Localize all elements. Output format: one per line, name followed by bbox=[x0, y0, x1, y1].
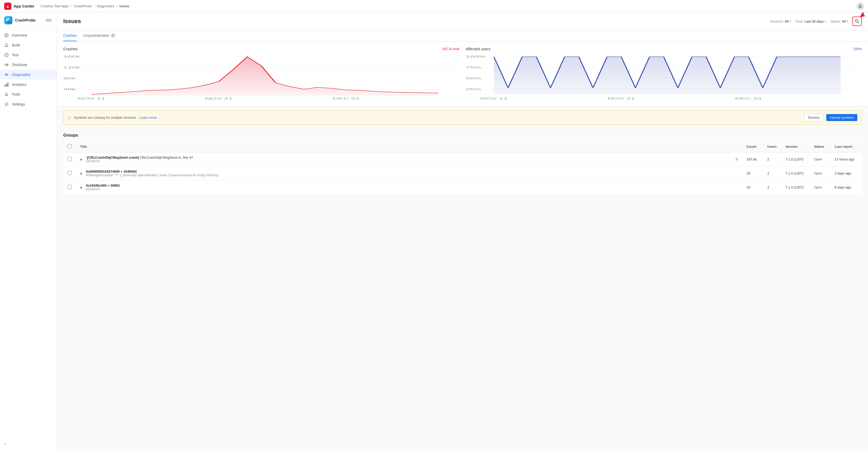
row-users: 1 bbox=[763, 166, 781, 181]
row-checkbox-1[interactable] bbox=[68, 171, 72, 175]
svg-rect-6 bbox=[6, 84, 7, 86]
row-checkbox-0[interactable] bbox=[68, 157, 72, 161]
sidebar-item-settings[interactable]: Settings bbox=[0, 99, 57, 109]
sidebar-item-analytics[interactable]: Analytics bbox=[0, 79, 57, 90]
sidebar-item-push[interactable]: Push bbox=[0, 90, 57, 99]
upload-symbols-button[interactable]: Upload symbols bbox=[826, 114, 858, 121]
sidebar-footer: « bbox=[0, 439, 57, 449]
tab-unsymbolicated[interactable]: Unsymbolicated 2 bbox=[83, 30, 116, 41]
tabs-row: Crashes Unsymbolicated 2 bbox=[57, 30, 868, 41]
affected-users-chart-header: Affected users 100% bbox=[466, 47, 862, 51]
sidebar-item-build-label: Build bbox=[12, 43, 20, 47]
sidebar-item-push-label: Push bbox=[12, 92, 20, 96]
svg-text:100%: 100% bbox=[466, 55, 486, 58]
groups-title: Groups bbox=[63, 129, 862, 141]
sidebar-nav: Overview Build Test Distri bbox=[0, 28, 57, 439]
breadcrumb-item-2[interactable]: CrashProbe bbox=[74, 4, 92, 8]
warning-message: ⚠ Symbols are missing for multiple versi… bbox=[68, 115, 160, 120]
sidebar-item-diagnostics[interactable]: Diagnostics bbox=[0, 70, 57, 79]
sidebar-app-header: 🌊 CrashProbe iOS bbox=[0, 12, 57, 28]
sidebar-item-distribute[interactable]: Distribute bbox=[0, 60, 57, 70]
groups-table-body: ● -[CRLCrashObjCMsgSend crash] CRLCrashO… bbox=[64, 153, 862, 194]
row-users: 2 bbox=[763, 153, 781, 166]
sidebar-item-overview[interactable]: Overview bbox=[0, 30, 57, 40]
charts-row: Crashes 192.2k total 160k 120k bbox=[63, 47, 862, 101]
breadcrumb-sep-3: / bbox=[116, 4, 118, 8]
row-status: Open bbox=[810, 166, 831, 181]
app-logo[interactable]: ▲ App Center bbox=[4, 3, 34, 10]
crash-subtitle: SIGSEGV bbox=[86, 159, 734, 163]
row-title-cell: ● -[CRLCrashObjCMsgSend crash] CRLCrashO… bbox=[76, 153, 743, 166]
th-version: Version bbox=[781, 141, 810, 153]
table-row: ● 0x0000000104374000 + 1640564 NSRangeEx… bbox=[64, 166, 862, 181]
select-all-checkbox[interactable] bbox=[68, 144, 72, 148]
warning-actions: Dismiss Upload symbols bbox=[804, 114, 857, 121]
row-status: Open bbox=[810, 153, 831, 166]
breadcrumb-sep-1: / bbox=[71, 4, 72, 8]
row-checkbox-2[interactable] bbox=[68, 185, 72, 189]
sidebar-item-test-label: Test bbox=[12, 53, 19, 57]
row-count: 10 bbox=[743, 181, 763, 194]
sidebar-app-info[interactable]: 🌊 CrashProbe bbox=[4, 16, 35, 24]
content-area: Issues Versions: All ▾ Time: Last 30 day… bbox=[57, 12, 868, 449]
tab-unsymbolicated-label: Unsymbolicated bbox=[83, 33, 109, 38]
collapse-icon: « bbox=[4, 442, 6, 446]
user-avatar[interactable] bbox=[857, 3, 864, 10]
row-count: 33 bbox=[743, 166, 763, 181]
groups-table: Title Count Users Version Status bbox=[63, 141, 862, 194]
affected-users-chart-total: 100% bbox=[853, 47, 862, 51]
search-button[interactable] bbox=[852, 17, 862, 26]
clipboard-icon[interactable]: ⎘ bbox=[736, 157, 738, 162]
time-control[interactable]: Time: Last 30 days ▾ bbox=[795, 20, 826, 23]
svg-point-0 bbox=[860, 5, 861, 6]
collapse-button[interactable]: « bbox=[4, 442, 53, 446]
svg-text:160k: 160k bbox=[63, 55, 81, 58]
page-title: Issues bbox=[63, 18, 81, 25]
crash-method[interactable]: 0x10445c000 + 30852 bbox=[86, 184, 738, 187]
row-status: Open bbox=[810, 181, 831, 194]
charts-section: Crashes 192.2k total 160k 120k bbox=[57, 41, 868, 106]
warning-period: . bbox=[159, 116, 160, 120]
warning-learn-more-link[interactable]: Learn more bbox=[140, 116, 157, 120]
versions-control[interactable]: Versions: All ▾ bbox=[770, 20, 791, 23]
svg-point-11 bbox=[856, 20, 858, 22]
dismiss-button[interactable]: Dismiss bbox=[804, 114, 824, 121]
status-control[interactable]: Status: All ▾ bbox=[830, 20, 848, 23]
sidebar-item-analytics-label: Analytics bbox=[12, 83, 26, 87]
th-status-label: Status bbox=[814, 145, 825, 149]
sidebar-item-settings-label: Settings bbox=[12, 102, 25, 106]
row-version: 7.1.0 (1337) bbox=[781, 181, 810, 194]
svg-marker-33 bbox=[494, 57, 840, 94]
row-count: 187.6k bbox=[743, 153, 763, 166]
error-icon: ● bbox=[80, 157, 82, 161]
settings-icon bbox=[4, 102, 9, 106]
app-name: CrashProbe bbox=[15, 18, 35, 22]
svg-text:25%: 25% bbox=[466, 88, 481, 91]
sidebar-item-build[interactable]: Build bbox=[0, 40, 57, 50]
svg-point-2 bbox=[6, 35, 7, 36]
crashes-chart-header: Crashes 192.2k total bbox=[63, 47, 459, 51]
versions-value: All bbox=[785, 20, 788, 23]
svg-marker-21 bbox=[92, 57, 438, 96]
th-version-label: Version bbox=[785, 145, 798, 149]
th-last-report[interactable]: Last report ↓ bbox=[831, 141, 862, 153]
sidebar-item-test[interactable]: Test bbox=[0, 50, 57, 60]
th-last-report-label: Last report bbox=[835, 145, 852, 149]
crash-method[interactable]: -[CRLCrashObjCMsgSend crash] CRLCrashObj… bbox=[86, 156, 734, 159]
versions-chevron: ▾ bbox=[789, 20, 791, 23]
crash-method[interactable]: 0x0000000104374000 + 1640564 bbox=[86, 169, 738, 173]
tab-crashes[interactable]: Crashes bbox=[63, 30, 77, 41]
crashes-chart-title: Crashes bbox=[63, 47, 78, 51]
row-users: 1 bbox=[763, 181, 781, 194]
svg-text:NOV 11: NOV 11 bbox=[480, 97, 508, 100]
breadcrumb-item-1[interactable]: Crashes Test Apps bbox=[41, 4, 69, 8]
check-circle-icon bbox=[4, 53, 9, 57]
breadcrumb-item-3[interactable]: Diagnostics bbox=[97, 4, 114, 8]
svg-text:NOV 21: NOV 21 bbox=[608, 97, 635, 100]
content-header: Issues Versions: All ▾ Time: Last 30 day… bbox=[57, 12, 868, 30]
sidebar: 🌊 CrashProbe iOS Overview Build bbox=[0, 12, 57, 449]
crashes-chart: Crashes 192.2k total 160k 120k bbox=[63, 47, 459, 101]
time-label: Time: bbox=[795, 20, 803, 23]
svg-text:DEC 01: DEC 01 bbox=[333, 97, 360, 100]
groups-section: Groups Title Count Users bbox=[57, 129, 868, 201]
